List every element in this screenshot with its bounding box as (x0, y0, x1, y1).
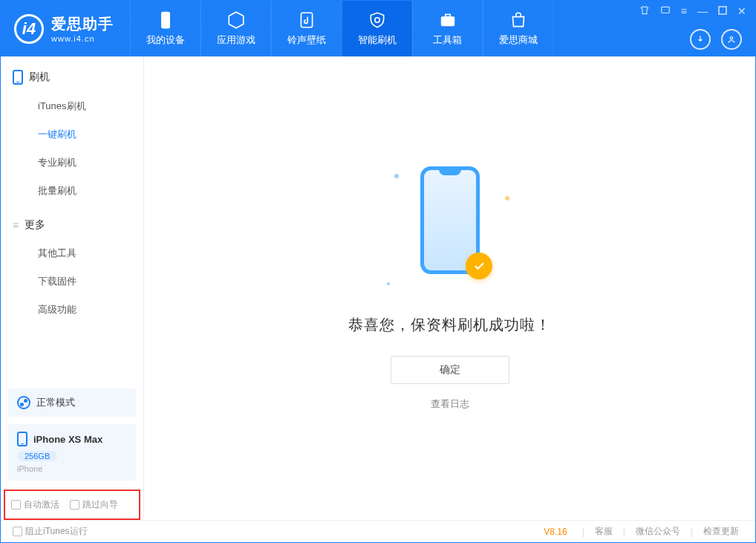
music-file-icon (297, 10, 316, 30)
svg-point-6 (730, 37, 733, 40)
nav-label: 应用游戏 (217, 33, 255, 47)
sidebar-item-other-tools[interactable]: 其他工具 (1, 239, 143, 267)
svg-rect-2 (441, 17, 454, 26)
status-bar: 阻止iTunes运行 V8.16 | 客服 | 微信公众号 | 检查更新 (1, 520, 755, 542)
device-info-box[interactable]: iPhone XS Max 256GB iPhone (8, 424, 136, 481)
phone-icon (13, 70, 23, 85)
footer-link-check-update[interactable]: 检查更新 (699, 525, 743, 538)
svg-rect-5 (719, 7, 726, 14)
svg-rect-0 (161, 12, 169, 28)
ok-button[interactable]: 确定 (391, 356, 509, 384)
sidebar-item-itunes-flash[interactable]: iTunes刷机 (1, 92, 143, 120)
checkmark-badge-icon (466, 253, 492, 279)
checkbox-label: 阻止iTunes运行 (25, 525, 88, 538)
nav-smart-flash[interactable]: 智能刷机 (342, 1, 412, 56)
checkbox-label: 跳过向导 (82, 498, 118, 511)
mode-icon (17, 396, 30, 409)
app-subtitle: www.i4.cn (51, 34, 114, 43)
sidebar-section-more: ≡ 更多 (1, 205, 143, 239)
shopping-bag-icon (509, 10, 528, 30)
nav-label: 爱思商城 (499, 33, 538, 47)
title-bar: i4 爱思助手 www.i4.cn 我的设备 应用游戏 铃声壁纸 智能刷机 工具… (1, 1, 755, 56)
checkbox-icon (13, 527, 22, 536)
nav-label: 工具箱 (433, 33, 462, 47)
sidebar-item-label: 专业刷机 (38, 157, 76, 168)
sidebar-item-label: 下载固件 (38, 276, 76, 287)
checkbox-skip-guide[interactable]: 跳过向导 (70, 498, 118, 511)
svg-rect-4 (662, 7, 670, 13)
checkbox-auto-activate[interactable]: 自动激活 (11, 498, 59, 511)
options-highlight-box: 自动激活 跳过向导 (4, 490, 140, 520)
cube-icon (227, 10, 246, 30)
device-mode-box[interactable]: 正常模式 (8, 388, 136, 417)
sidebar-item-download-firmware[interactable]: 下载固件 (1, 267, 143, 296)
checkbox-icon (11, 500, 21, 510)
nav-my-device[interactable]: 我的设备 (130, 1, 201, 56)
sidebar-section-label: 刷机 (29, 71, 50, 84)
nav-ringtones-wallpapers[interactable]: 铃声壁纸 (271, 1, 342, 56)
feedback-icon[interactable] (660, 5, 671, 18)
sidebar-item-batch-flash[interactable]: 批量刷机 (1, 177, 143, 205)
sidebar-item-label: 其他工具 (38, 247, 76, 259)
maximize-button[interactable] (718, 5, 727, 18)
view-log-link[interactable]: 查看日志 (431, 397, 469, 411)
shirt-icon[interactable] (639, 5, 650, 18)
checkbox-label: 自动激活 (24, 498, 59, 511)
checkbox-icon (70, 500, 79, 510)
device-type: iPhone (17, 464, 127, 473)
sidebar: 刷机 iTunes刷机 一键刷机 专业刷机 批量刷机 ≡ 更多 其他工具 下载固… (1, 56, 144, 520)
sidebar-item-onekey-flash[interactable]: 一键刷机 (1, 120, 143, 149)
device-name: iPhone XS Max (33, 434, 102, 445)
nav-label: 我的设备 (146, 33, 185, 47)
footer-link-support[interactable]: 客服 (590, 525, 617, 538)
svg-rect-1 (301, 13, 312, 27)
nav-label: 铃声壁纸 (287, 33, 326, 47)
svg-rect-3 (445, 14, 450, 16)
mode-label: 正常模式 (36, 396, 75, 409)
nav-apps-games[interactable]: 应用游戏 (201, 1, 271, 56)
device-storage-badge: 256GB (17, 451, 57, 461)
nav-toolbox[interactable]: 工具箱 (412, 1, 483, 56)
nav-label: 智能刷机 (358, 33, 397, 47)
menu-icon[interactable]: ≡ (681, 5, 687, 18)
download-button[interactable] (690, 29, 711, 50)
device-icon (156, 10, 175, 30)
app-title: 爱思助手 (51, 14, 114, 34)
success-message: 恭喜您，保资料刷机成功啦！ (348, 315, 551, 335)
success-illustration (409, 166, 491, 300)
version-label: V8.16 (544, 527, 567, 537)
footer-link-wechat[interactable]: 微信公众号 (631, 525, 685, 538)
app-logo-icon: i4 (14, 14, 44, 44)
checkbox-block-itunes[interactable]: 阻止iTunes运行 (13, 525, 88, 538)
sidebar-item-advanced[interactable]: 高级功能 (1, 296, 143, 324)
sidebar-section-flash: 刷机 (1, 56, 143, 92)
account-button[interactable] (721, 29, 742, 50)
sidebar-item-label: 一键刷机 (38, 129, 76, 140)
minimize-button[interactable]: — (697, 5, 708, 18)
sidebar-item-pro-flash[interactable]: 专业刷机 (1, 149, 143, 177)
sidebar-item-label: iTunes刷机 (38, 100, 86, 111)
sidebar-item-label: 批量刷机 (38, 185, 76, 196)
sidebar-item-label: 高级功能 (38, 304, 76, 315)
top-nav: 我的设备 应用游戏 铃声壁纸 智能刷机 工具箱 爱思商城 (130, 1, 553, 56)
nav-store[interactable]: 爱思商城 (483, 1, 553, 56)
main-content: 恭喜您，保资料刷机成功啦！ 确定 查看日志 (144, 56, 755, 520)
refresh-shield-icon (368, 10, 387, 30)
sidebar-section-label: 更多 (25, 218, 45, 232)
phone-icon (17, 432, 27, 446)
close-button[interactable]: ✕ (737, 5, 746, 18)
app-logo-block: i4 爱思助手 www.i4.cn (1, 1, 130, 56)
list-icon: ≡ (13, 219, 19, 231)
toolbox-icon (438, 10, 457, 30)
